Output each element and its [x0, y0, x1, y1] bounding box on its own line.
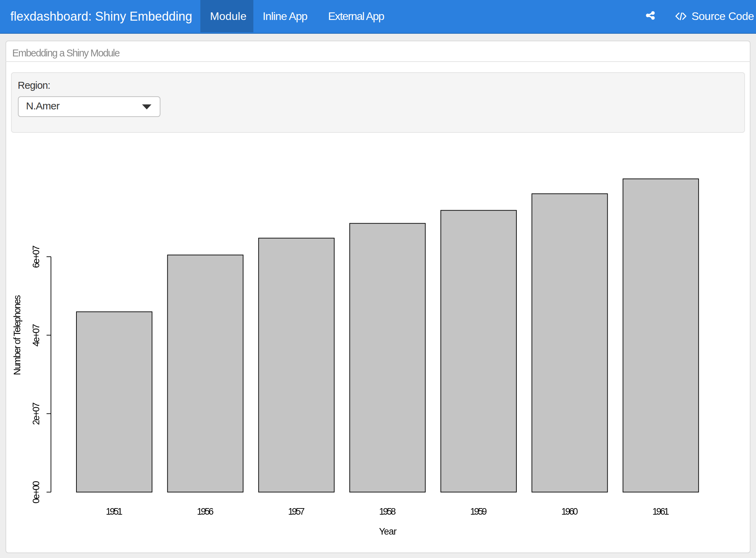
svg-text:6e+07: 6e+07	[31, 245, 41, 268]
svg-text:Number of Telephones: Number of Telephones	[12, 295, 22, 375]
svg-text:1960: 1960	[561, 506, 578, 517]
svg-text:1956: 1956	[197, 506, 214, 517]
svg-text:1959: 1959	[470, 506, 487, 517]
svg-text:Year: Year	[379, 526, 397, 537]
svg-text:4e+07: 4e+07	[31, 324, 41, 346]
svg-text:1957: 1957	[288, 506, 305, 517]
svg-text:1961: 1961	[652, 506, 669, 517]
svg-text:0e+00: 0e+00	[31, 481, 41, 504]
svg-text:1951: 1951	[106, 506, 123, 517]
svg-text:1958: 1958	[379, 506, 396, 517]
svg-text:2e+07: 2e+07	[31, 403, 41, 425]
